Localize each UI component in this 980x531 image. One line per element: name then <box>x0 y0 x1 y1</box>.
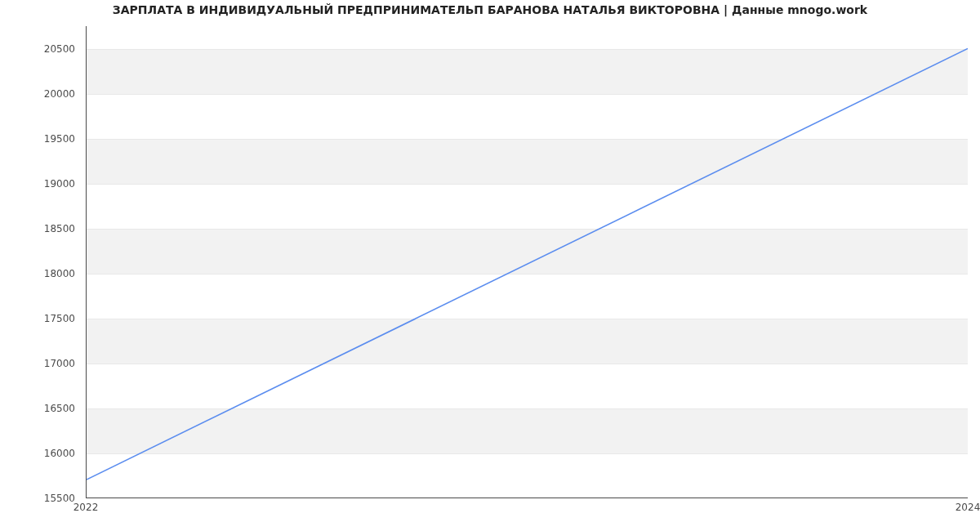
gridline <box>87 139 968 140</box>
gridline <box>87 184 968 185</box>
y-tick-label: 18500 <box>44 223 75 234</box>
grid-band <box>87 319 968 364</box>
grid-band <box>87 408 968 453</box>
gridline <box>87 453 968 454</box>
y-tick-label: 18000 <box>44 268 75 279</box>
gridline <box>87 408 968 409</box>
chart-title: ЗАРПЛАТА В ИНДИВИДУАЛЬНЫЙ ПРЕДПРИНИМАТЕЛ… <box>0 3 980 16</box>
gridline <box>87 319 968 319</box>
grid-band <box>87 49 968 94</box>
gridline <box>87 49 968 50</box>
plot-area <box>86 26 968 498</box>
y-tick-label: 16500 <box>44 403 75 414</box>
x-tick-label: 2024 <box>956 502 980 513</box>
gridline <box>87 229 968 230</box>
y-tick-label: 19500 <box>44 133 75 145</box>
y-tick-label: 17000 <box>44 358 75 369</box>
gridline <box>87 94 968 95</box>
chart-container: ЗАРПЛАТА В ИНДИВИДУАЛЬНЫЙ ПРЕДПРИНИМАТЕЛ… <box>0 0 980 531</box>
grid-band <box>87 229 968 274</box>
grid-band <box>87 139 968 184</box>
y-tick-label: 15500 <box>44 493 75 504</box>
x-tick-label: 2022 <box>74 502 99 513</box>
y-tick-label: 17500 <box>44 313 75 324</box>
y-tick-label: 16000 <box>44 448 75 459</box>
y-tick-label: 20000 <box>44 88 75 100</box>
y-tick-label: 20500 <box>44 43 75 55</box>
y-tick-label: 19000 <box>44 178 75 190</box>
gridline <box>87 364 968 364</box>
gridline <box>87 274 968 274</box>
y-axis-ticks: 1550016000165001700017500180001850019000… <box>0 26 82 498</box>
x-axis-ticks: 20222024 <box>86 500 968 516</box>
